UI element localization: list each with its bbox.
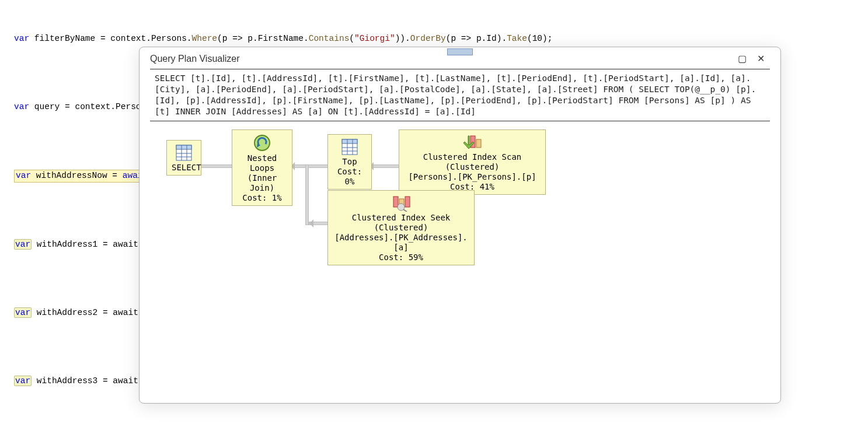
plan-node-index-scan[interactable]: Clustered Index Scan (Clustered) [Person…: [399, 129, 546, 195]
plan-connector: [197, 164, 233, 168]
svg-rect-15: [476, 139, 481, 148]
close-button[interactable]: ✕: [751, 53, 770, 64]
svg-line-21: [403, 209, 407, 212]
var-name: filterByName: [34, 34, 95, 43]
plan-node-nested-loops[interactable]: Nested Loops (Inner Join) Cost: 1%: [232, 129, 292, 206]
index-seek-icon: [391, 194, 411, 212]
kw: var: [14, 34, 29, 43]
popup-title: Query Plan Visualizer: [150, 54, 733, 64]
plan-connector: [305, 164, 309, 225]
table-icon: [341, 138, 358, 156]
plan-node-label: Top: [333, 157, 367, 167]
nested-loops-icon: [253, 134, 271, 152]
plan-node-label: Clustered Index Scan (Clustered): [404, 152, 541, 172]
plan-node-top[interactable]: Top Cost: 0%: [327, 134, 372, 190]
highlighted-current-line: var withAddressNow = await: [14, 170, 149, 183]
plan-node-label: Clustered Index Seek (Clustered): [333, 213, 469, 233]
sql-text: SELECT [t].[Id], [t].[AddressId], [t].[F…: [150, 69, 770, 121]
svg-rect-19: [405, 197, 410, 207]
plan-node-select[interactable]: SELECT: [166, 140, 201, 176]
plan-connector: [290, 164, 329, 168]
plan-node-label: SELECT: [172, 163, 201, 172]
plan-connector: [309, 222, 329, 225]
svg-rect-1: [176, 145, 191, 149]
index-scan-icon: [462, 134, 482, 151]
svg-rect-17: [393, 197, 398, 207]
plan-node-index-seek[interactable]: Clustered Index Seek (Clustered) [Addres…: [327, 190, 475, 265]
maximize-button[interactable]: ▢: [733, 53, 751, 64]
execution-plan-canvas[interactable]: SELECT Nested Loops (Inner Join) Cost: 1…: [150, 125, 770, 395]
query-plan-visualizer-popup[interactable]: Query Plan Visualizer ▢ ✕ SELECT [t].[Id…: [139, 47, 781, 404]
popup-drag-handle[interactable]: [447, 48, 473, 55]
svg-rect-9: [342, 139, 357, 143]
plan-node-label: Nested Loops: [237, 153, 287, 173]
plan-connector: [369, 164, 399, 168]
table-icon: [175, 144, 193, 162]
